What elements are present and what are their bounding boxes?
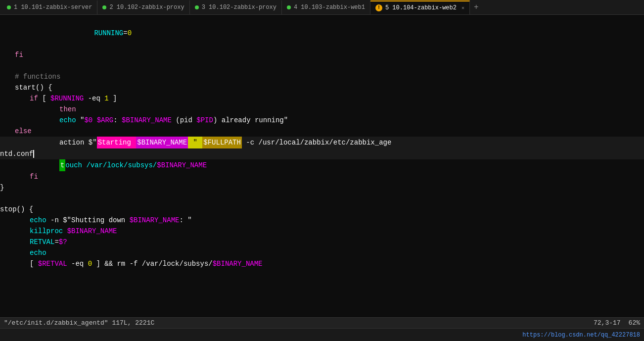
tab-5[interactable]: ! 5 10.104-zabbix-web2 ✕ — [370, 0, 470, 14]
code-line-empty1 — [0, 60, 644, 71]
code-line-comment-functions: # functions — [0, 71, 644, 82]
highlight-starting: Starting — [97, 137, 137, 148]
status-percent: 62% — [629, 319, 640, 327]
tab-label-1: 1 10.101-zabbix-server — [14, 4, 92, 11]
code-line-retval-check: [ $RETVAL -eq 0 ] && rm -f /var/lock/sub… — [0, 258, 644, 269]
tab-dot-1 — [7, 5, 11, 9]
code-line-action: action $"Starting $BINARY_NAME " $FULLPA… — [0, 137, 644, 148]
tab-label-3: 3 10.102-zabbix-proxy — [202, 4, 276, 11]
code-line-action-cont: ntd.conf — [0, 148, 644, 159]
tab-4[interactable]: 4 10.103-zabbix-web1 — [282, 0, 370, 14]
code-editor: RUNNING=0 fi # functions start() { if [ … — [0, 15, 644, 317]
touch-highlight: t — [59, 159, 65, 171]
code-line-close-brace1: } — [0, 182, 644, 193]
tab-2[interactable]: 2 10.102-zabbix-proxy — [97, 0, 189, 14]
code-line-then: then — [0, 104, 644, 115]
bottom-bar: https://blog.csdn.net/qq_42227818 — [0, 328, 644, 341]
code-line-fi1: fi — [0, 49, 644, 60]
status-filename: "/etc/init.d/zabbix_agentd" 117L, 2221C — [4, 319, 594, 327]
code-line-retval: RETVAL = $? — [0, 237, 644, 247]
status-right: 72,3-17 62% — [594, 319, 640, 327]
status-position: 72,3-17 — [594, 319, 621, 327]
code-line-empty2 — [0, 193, 644, 204]
highlight-fullpath: $FULLPATH — [202, 137, 242, 148]
tab-dot-3 — [195, 5, 199, 9]
tab-bar: 1 10.101-zabbix-server 2 10.102-zabbix-p… — [0, 0, 644, 15]
code-line-killproc: killproc $BINARY_NAME — [0, 226, 644, 237]
tab-warning-icon-5: ! — [375, 4, 382, 11]
code-line-start: start() { — [0, 82, 644, 93]
code-line-else: else — [0, 126, 644, 137]
tab-close-5[interactable]: ✕ — [461, 5, 464, 11]
code-line-if: if [ $RUNNING -eq 1 ] — [0, 93, 644, 104]
tab-3[interactable]: 3 10.102-zabbix-proxy — [190, 0, 282, 14]
code-line-touch: touch /var/lock/subsys/$BINARY_NAME — [0, 159, 644, 171]
status-bar: "/etc/init.d/zabbix_agentd" 117L, 2221C … — [0, 317, 644, 328]
highlight-binary-name: $BINARY_NAME — [136, 137, 188, 148]
tab-label-2: 2 10.102-zabbix-proxy — [109, 4, 184, 11]
text-cursor — [33, 150, 34, 158]
tab-label-4: 4 10.103-zabbix-web1 — [294, 4, 365, 11]
code-line-stop: stop() { — [0, 204, 644, 215]
tab-dot-4 — [287, 5, 291, 9]
tab-dot-2 — [102, 5, 106, 9]
code-line-fi2: fi — [0, 171, 644, 182]
footer-url: https://blog.csdn.net/qq_42227818 — [522, 332, 640, 339]
tab-1[interactable]: 1 10.101-zabbix-server — [2, 0, 97, 14]
tab-label-5: 5 10.104-zabbix-web2 — [385, 4, 457, 11]
code-line-echo2: echo — [0, 247, 644, 258]
code-line-echo1: echo " $0 $ARG : $BINARY_NAME (pid $PID … — [0, 115, 644, 126]
highlight-space: " — [188, 137, 202, 148]
code-line-running: RUNNING=0 — [0, 17, 644, 49]
code-line-echo-shutting: echo -n $"Shutting down $BINARY_NAME : " — [0, 215, 644, 226]
tab-add-button[interactable]: + — [470, 3, 483, 12]
